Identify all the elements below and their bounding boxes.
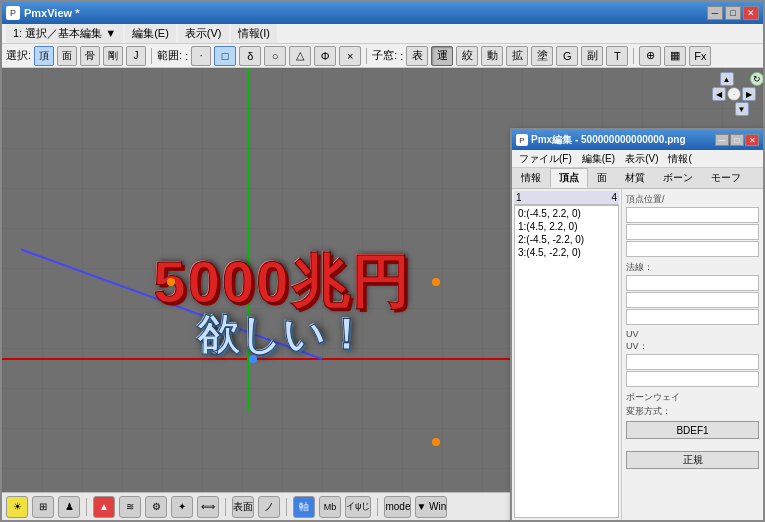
uv-label: UV: [626, 329, 759, 339]
range-cross-btn[interactable]: ×: [339, 46, 361, 66]
list-item[interactable]: 2:(-4.5, -2.2, 0): [516, 233, 617, 246]
nav-rotate-btn[interactable]: ↻: [750, 72, 764, 86]
status-gear-btn[interactable]: ⚙: [145, 496, 167, 518]
position-input-z[interactable]: [626, 241, 759, 257]
sub-menu-file[interactable]: ファイル(F): [515, 152, 576, 166]
sub-window: P Pmx編集 - 500000000000000.png ─ □ ✕ ファイル…: [510, 128, 765, 522]
normal-input-y[interactable]: [626, 292, 759, 308]
nav-right-btn[interactable]: ▶: [742, 87, 756, 101]
mb-btn[interactable]: Mb: [319, 496, 341, 518]
tab-vertex[interactable]: 頂点: [550, 168, 588, 188]
sub-fuku-btn[interactable]: 副: [581, 46, 603, 66]
normal-label: 法線：: [626, 261, 759, 274]
status-grid-btn[interactable]: ⊞: [32, 496, 54, 518]
sub-close-btn[interactable]: ✕: [745, 134, 759, 146]
close-button[interactable]: ✕: [743, 6, 759, 20]
select-vertex-btn[interactable]: 頂: [34, 46, 54, 66]
normalize-btn[interactable]: 正規: [626, 451, 759, 469]
range-square-btn[interactable]: □: [214, 46, 236, 66]
list-item[interactable]: 1:(4.5, 2.2, 0): [516, 220, 617, 233]
nav-down-btn[interactable]: ▼: [735, 102, 749, 116]
iyoji-btn[interactable]: イψじ: [345, 496, 371, 518]
window-title: PmxView *: [24, 7, 79, 19]
maximize-button[interactable]: □: [725, 6, 741, 20]
range-circle-btn[interactable]: ○: [264, 46, 286, 66]
normal-input-z[interactable]: [626, 309, 759, 325]
grid-btn[interactable]: ▦: [664, 46, 686, 66]
position-input-y[interactable]: [626, 224, 759, 240]
fx-btn[interactable]: Fx: [689, 46, 711, 66]
minimize-button[interactable]: ─: [707, 6, 723, 20]
select-bone-btn[interactable]: 骨: [80, 46, 100, 66]
separator-2: [366, 48, 367, 64]
mode-btn[interactable]: mode: [384, 496, 411, 518]
list-item[interactable]: 3:(4.5, -2.2, 0): [516, 246, 617, 259]
sub-un-btn[interactable]: 運: [431, 46, 453, 66]
uv-input-u[interactable]: [626, 354, 759, 370]
subwindow-colon: :: [400, 50, 403, 62]
list-item[interactable]: 0:(-4.5, 2.2, 0): [516, 207, 617, 220]
sub-maximize-btn[interactable]: □: [730, 134, 744, 146]
transform-label: 変形方式：: [626, 405, 759, 418]
select-joint-btn[interactable]: J: [126, 46, 146, 66]
sub-list-box[interactable]: 0:(-4.5, 2.2, 0) 1:(4.5, 2.2, 0) 2:(-4.5…: [514, 205, 619, 518]
separator-1: [151, 48, 152, 64]
select-rigid-btn[interactable]: 剛: [103, 46, 123, 66]
uv-input-v[interactable]: [626, 371, 759, 387]
sub-t-btn[interactable]: T: [606, 46, 628, 66]
subwindow-label: 子窓:: [372, 48, 397, 63]
status-sparkle-btn[interactable]: ✦: [171, 496, 193, 518]
status-triangle-btn[interactable]: ▲: [93, 496, 115, 518]
sub-g-btn[interactable]: G: [556, 46, 578, 66]
sub-kakudai-btn[interactable]: 拡: [506, 46, 528, 66]
sub-minimize-btn[interactable]: ─: [715, 134, 729, 146]
status-waves-btn[interactable]: ≋: [119, 496, 141, 518]
transform-value-btn[interactable]: BDEF1: [626, 421, 759, 439]
range-triangle-btn[interactable]: △: [289, 46, 311, 66]
menu-edit[interactable]: 編集(E): [125, 24, 176, 43]
bone-weight-label: ボーンウェイ: [626, 391, 759, 404]
tab-morph[interactable]: モーフ: [702, 168, 750, 188]
sub-list-area: 1 4 0:(-4.5, 2.2, 0) 1:(4.5, 2.2, 0) 2:(…: [512, 189, 622, 520]
menu-bar: 1: 選択／基本編集 ▼ 編集(E) 表示(V) 情報(I): [2, 24, 763, 44]
select-face-btn[interactable]: 面: [57, 46, 77, 66]
status-person-btn[interactable]: ♟: [58, 496, 80, 518]
normal-input-x[interactable]: [626, 275, 759, 291]
jiku-btn[interactable]: 軸: [293, 496, 315, 518]
norm-btn[interactable]: ノ: [258, 496, 280, 518]
nav-center-btn[interactable]: ·: [727, 87, 741, 101]
menu-mode[interactable]: 1: 選択／基本編集 ▼: [6, 24, 123, 43]
status-sep-2: [225, 498, 226, 516]
nav-left-btn[interactable]: ◀: [712, 87, 726, 101]
position-input-x[interactable]: [626, 207, 759, 223]
tab-info[interactable]: 情報: [512, 168, 550, 188]
range-label: 範囲:: [157, 48, 182, 63]
hyou-label-btn[interactable]: 表面: [232, 496, 254, 518]
sub-dou-btn[interactable]: 動: [481, 46, 503, 66]
tab-material[interactable]: 材質: [616, 168, 654, 188]
tab-face[interactable]: 面: [588, 168, 616, 188]
nav-up-btn[interactable]: ▲: [720, 72, 734, 86]
sub-right-area: 頂点位置/ 法線： UV UV： ボーンウェイ 変形方式： BDEF1: [622, 189, 763, 520]
crosshair-btn[interactable]: ⊕: [639, 46, 661, 66]
nav-cube-arrows: ▲ ↻ ◀ · ▶ ▼: [709, 72, 759, 116]
sub-menu-edit[interactable]: 編集(E): [578, 152, 619, 166]
position-field-row: 頂点位置/: [626, 193, 759, 257]
sub-menu-info[interactable]: 情報(: [664, 152, 695, 166]
status-sun-btn[interactable]: ☀: [6, 496, 28, 518]
menu-info[interactable]: 情報(I): [231, 24, 277, 43]
range-delta-btn[interactable]: δ: [239, 46, 261, 66]
tab-bone[interactable]: ボーン: [654, 168, 702, 188]
menu-view[interactable]: 表示(V): [178, 24, 229, 43]
range-phi-btn[interactable]: Φ: [314, 46, 336, 66]
win-btn[interactable]: ▼ Win: [415, 496, 447, 518]
uv-field-row: UV UV：: [626, 329, 759, 387]
range-dot-btn[interactable]: ·: [191, 46, 211, 66]
sub-shime-btn[interactable]: 絞: [456, 46, 478, 66]
sub-saa-btn[interactable]: 塗: [531, 46, 553, 66]
sub-hyou-btn[interactable]: 表: [406, 46, 428, 66]
sub-menu-view[interactable]: 表示(V): [621, 152, 662, 166]
status-sep-4: [377, 498, 378, 516]
point-2: [432, 278, 440, 286]
status-arrows-btn[interactable]: ⟺: [197, 496, 219, 518]
